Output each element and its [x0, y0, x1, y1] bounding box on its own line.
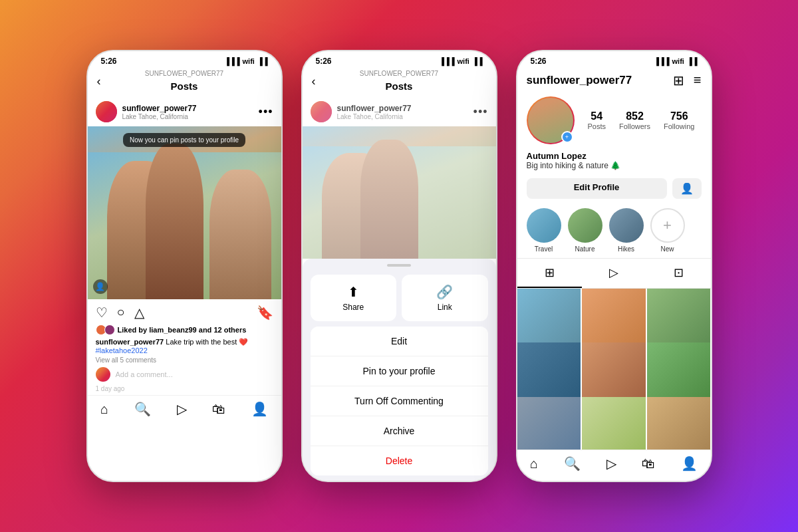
- post-image-1: Now you can pin posts to your profile 👤: [88, 126, 281, 299]
- highlight-new[interactable]: + New: [650, 208, 685, 253]
- caption-text: Lake trip with the best ❤️: [166, 338, 248, 346]
- caption-hashtag[interactable]: #laketahoe2022: [96, 346, 148, 354]
- post-image-inner-2: [303, 126, 496, 259]
- sheet-top-row: ⬆ Share 🔗 Link: [303, 269, 496, 327]
- nav-shop-1[interactable]: 🛍: [212, 402, 225, 417]
- posts-label: Posts: [587, 122, 606, 130]
- like-icon[interactable]: ♡: [96, 305, 108, 321]
- highlight-circle-nature: [568, 208, 602, 243]
- following-count: 756: [664, 110, 694, 122]
- bottom-nav-1: ⌂ 🔍 ▷ 🛍 👤: [88, 395, 281, 426]
- nav-shop-3[interactable]: 🛍: [642, 456, 655, 471]
- battery-icon: ▐▐: [257, 57, 268, 65]
- add-comment-row: Add a comment...: [88, 364, 281, 384]
- add-comment-placeholder[interactable]: Add a comment...: [116, 370, 173, 378]
- grid-cell-7[interactable]: [517, 397, 581, 450]
- more-button-2[interactable]: •••: [473, 105, 488, 119]
- header-bar-1: ‹ SUNFLOWER_POWER77 Posts: [88, 68, 281, 97]
- drag-handle-bar: [387, 264, 411, 267]
- stat-followers[interactable]: 852 Followers: [619, 110, 650, 130]
- status-time-1: 5:26: [101, 57, 117, 66]
- grid-cell-9[interactable]: [647, 397, 711, 450]
- nav-profile-1[interactable]: 👤: [251, 401, 268, 417]
- avatar-1[interactable]: [96, 101, 117, 122]
- view-comments[interactable]: View all 5 comments: [88, 356, 281, 364]
- menu-icon[interactable]: ≡: [694, 72, 702, 88]
- highlight-nature[interactable]: Nature: [568, 208, 602, 253]
- header-title-1: Posts: [171, 80, 198, 92]
- action-icons-left: ♡ ○ △: [96, 305, 144, 321]
- nav-home-3[interactable]: ⌂: [530, 456, 538, 471]
- post-username-1[interactable]: sunflower_power77: [122, 104, 197, 113]
- back-button-2[interactable]: ‹: [312, 74, 316, 88]
- post-image-inner: [88, 126, 281, 299]
- edit-profile-row: Edit Profile 👤: [517, 174, 711, 203]
- share-button[interactable]: ⬆ Share: [311, 275, 397, 321]
- tab-tagged[interactable]: ⊡: [646, 259, 711, 288]
- profile-bio: Autumn Lopez Big into hiking & nature 🌲: [517, 150, 711, 174]
- header-subtitle-2: SUNFLOWER_POWER77: [360, 70, 438, 77]
- status-icons-3: ▐▐▐ wifi ▐▐: [654, 57, 697, 65]
- user-tag-icon: 👤: [93, 279, 108, 294]
- sheet-menu: Edit Pin to your profile Turn Off Commen…: [311, 327, 488, 475]
- action-row-1: ♡ ○ △ 🔖: [88, 299, 281, 323]
- highlight-hikes[interactable]: Hikes: [609, 208, 644, 253]
- nav-search-3[interactable]: 🔍: [564, 456, 581, 471]
- highlight-travel[interactable]: Travel: [527, 208, 561, 253]
- caption-username[interactable]: sunflower_power77: [96, 338, 164, 346]
- highlight-label-new: New: [660, 245, 674, 253]
- verified-badge: +: [561, 131, 573, 143]
- likes-text: Liked by liam_beanz99 and 12 others: [118, 326, 247, 334]
- wifi-icon: wifi: [243, 57, 255, 65]
- commenter-avatar: [96, 367, 110, 382]
- grid-cell-8[interactable]: [582, 397, 646, 450]
- highlight-label-nature: Nature: [575, 245, 595, 253]
- tab-grid[interactable]: ⊞: [517, 259, 582, 288]
- post-header-left: sunflower_power77 Lake Tahoe, California: [96, 101, 197, 122]
- post-user-info: sunflower_power77 Lake Tahoe, California: [122, 104, 197, 120]
- pin-menu-item[interactable]: Pin to your profile: [311, 356, 488, 386]
- status-time-2: 5:26: [316, 57, 332, 66]
- nav-reels-3[interactable]: ▷: [606, 456, 616, 471]
- tab-reels[interactable]: ▷: [582, 259, 646, 288]
- comment-icon[interactable]: ○: [117, 305, 125, 321]
- following-label: Following: [664, 122, 694, 130]
- caption: sunflower_power77 Lake trip with the bes…: [88, 336, 281, 356]
- followers-label: Followers: [619, 122, 650, 130]
- share-icon[interactable]: △: [134, 305, 144, 321]
- action-sheet: ⬆ Share 🔗 Link Edit Pin to your profile …: [303, 259, 496, 481]
- signal-icon: ▐▐▐: [224, 57, 239, 65]
- edit-profile-button[interactable]: Edit Profile: [527, 178, 667, 199]
- discover-people-button[interactable]: 👤: [672, 178, 702, 199]
- link-label: Link: [438, 303, 452, 312]
- wifi-icon-3: wifi: [672, 57, 684, 65]
- edit-menu-item[interactable]: Edit: [311, 327, 488, 356]
- tabs-row: ⊞ ▷ ⊡: [517, 258, 711, 289]
- delete-menu-item[interactable]: Delete: [311, 446, 488, 475]
- share-label: Share: [342, 303, 364, 312]
- bookmark-icon[interactable]: 🔖: [257, 305, 273, 321]
- nav-reels-1[interactable]: ▷: [177, 401, 187, 417]
- nav-search-1[interactable]: 🔍: [134, 401, 151, 417]
- archive-menu-item[interactable]: Archive: [311, 416, 488, 446]
- add-post-icon[interactable]: ⊞: [673, 72, 684, 88]
- battery-icon-3: ▐▐: [687, 57, 698, 65]
- back-button-1[interactable]: ‹: [97, 74, 101, 88]
- avatar-2[interactable]: [311, 101, 332, 122]
- stat-following[interactable]: 756 Following: [664, 110, 694, 130]
- turn-off-commenting-menu-item[interactable]: Turn Off Commenting: [311, 386, 488, 416]
- post-header-left-2: sunflower_power77 Lake Tahoe, California: [311, 101, 412, 122]
- post-user-info-2: sunflower_power77 Lake Tahoe, California: [337, 104, 412, 120]
- more-button-1[interactable]: •••: [259, 105, 273, 119]
- highlight-circle-travel: [527, 208, 561, 243]
- highlight-label-travel: Travel: [535, 245, 553, 253]
- profile-header: sunflower_power77 ⊞ ≡: [517, 68, 711, 91]
- nav-home-1[interactable]: ⌂: [100, 402, 108, 417]
- status-icons-1: ▐▐▐ wifi ▐▐: [224, 57, 267, 65]
- stat-posts: 54 Posts: [587, 110, 606, 130]
- post-username-2[interactable]: sunflower_power77: [337, 104, 412, 113]
- link-button[interactable]: 🔗 Link: [402, 275, 488, 321]
- link-icon: 🔗: [436, 284, 453, 300]
- nav-profile-3[interactable]: 👤: [681, 456, 698, 471]
- drag-handle: [303, 259, 496, 269]
